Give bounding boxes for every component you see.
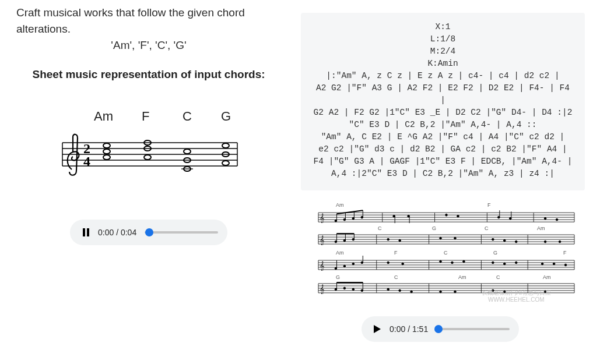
mini-chord: C	[485, 225, 489, 231]
svg-point-121	[541, 263, 543, 265]
svg-point-103	[503, 239, 506, 242]
svg-point-123	[564, 264, 567, 266]
chord-label: F	[142, 109, 183, 124]
svg-point-114	[402, 263, 404, 265]
chord-label: G	[221, 109, 244, 124]
svg-point-133	[410, 291, 413, 293]
svg-point-132	[399, 289, 401, 292]
svg-point-9	[103, 143, 110, 148]
mini-chord: C	[496, 274, 500, 280]
svg-point-101	[454, 237, 457, 239]
mini-chord: Am	[336, 202, 344, 208]
mini-chord: F	[394, 250, 398, 256]
svg-point-115	[440, 260, 442, 263]
output-sheet-music: 𝄞𝄞𝄞𝄞	[313, 202, 580, 307]
subtitle-text: Sheet music representation of input chor…	[0, 68, 297, 81]
svg-point-21	[222, 161, 229, 165]
mini-chord: Am	[458, 274, 466, 280]
chord-label: Am	[94, 109, 142, 124]
svg-point-83	[445, 214, 448, 217]
mini-chord: F	[563, 250, 567, 256]
svg-point-84	[457, 215, 459, 218]
mini-chord: G	[432, 225, 436, 231]
svg-point-15	[184, 149, 191, 154]
mini-chord: C	[444, 250, 448, 256]
svg-point-125	[343, 287, 346, 289]
svg-point-119	[503, 263, 506, 265]
svg-point-105	[544, 241, 546, 243]
audio-track-output[interactable]	[436, 328, 510, 330]
mini-chord: C	[378, 225, 382, 231]
svg-text:𝄞: 𝄞	[320, 213, 324, 224]
svg-point-14	[144, 155, 151, 160]
audio-thumb[interactable]	[434, 325, 443, 333]
svg-point-116	[451, 261, 454, 264]
svg-point-89	[544, 218, 546, 220]
audio-player-output[interactable]: 0:00 / 1:51	[362, 316, 519, 342]
svg-point-117	[463, 260, 465, 263]
staff-svg: 2 4	[50, 129, 248, 199]
svg-point-109	[352, 263, 355, 265]
svg-point-113	[387, 261, 390, 264]
svg-point-122	[553, 263, 555, 265]
svg-line-78	[336, 210, 363, 214]
svg-point-11	[103, 155, 110, 160]
mini-chord: G	[336, 274, 340, 280]
svg-point-98	[387, 238, 390, 241]
pause-icon[interactable]	[79, 226, 92, 239]
input-sheet-music: Am F C G	[50, 104, 248, 203]
mini-chord: F	[487, 202, 491, 208]
audio-player-input[interactable]: 0:00 / 0:04	[70, 220, 227, 245]
chords-input-text: 'Am', 'F', 'C', 'G'	[0, 39, 297, 52]
svg-point-19	[222, 143, 229, 148]
svg-point-106	[559, 241, 561, 243]
svg-point-102	[492, 238, 494, 241]
svg-point-134	[440, 291, 442, 293]
svg-text:𝄞: 𝄞	[320, 261, 324, 271]
svg-point-126	[352, 288, 355, 291]
chord-label: C	[183, 109, 221, 124]
watermark: 长藏老猿前门AI有息与日应 WWW.HEEHEL.COM	[482, 289, 551, 303]
svg-point-135	[454, 291, 457, 293]
svg-point-90	[556, 219, 558, 221]
svg-point-131	[387, 288, 390, 291]
audio-time-output: 0:00 / 1:51	[390, 324, 428, 334]
svg-point-99	[399, 239, 401, 242]
svg-point-10	[103, 149, 110, 154]
mini-chord: Am	[543, 274, 551, 280]
prompt-text: Craft musical works that follow the give…	[0, 0, 297, 37]
abc-output-text: X:1 L:1/8 M:2/4 K:Amin |:"Am" A, z C z |…	[301, 13, 585, 190]
mini-chord: G	[493, 250, 497, 256]
watermark-line1: 长藏老猿前门AI有息与日应	[482, 289, 551, 296]
svg-point-104	[515, 241, 517, 243]
svg-point-108	[343, 265, 346, 267]
audio-time-input: 0:00 / 0:04	[98, 228, 136, 237]
mini-chord: Am	[336, 250, 344, 256]
svg-text:𝄞: 𝄞	[320, 235, 324, 246]
svg-point-100	[440, 237, 442, 239]
play-icon[interactable]	[371, 323, 384, 335]
mini-chord: C	[394, 274, 398, 280]
svg-text:4: 4	[83, 154, 90, 169]
svg-text:𝄞: 𝄞	[320, 284, 324, 295]
audio-thumb[interactable]	[145, 228, 153, 236]
svg-point-118	[492, 261, 494, 264]
svg-point-120	[515, 261, 517, 264]
mini-chord: Am	[537, 225, 545, 231]
watermark-line2: WWW.HEEHEL.COM	[482, 296, 551, 303]
audio-track-input[interactable]	[145, 231, 218, 234]
